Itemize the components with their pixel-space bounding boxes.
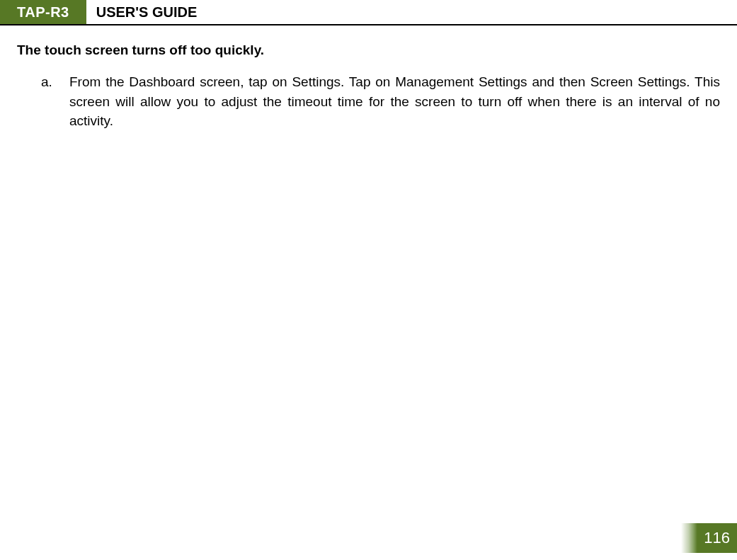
list-marker: a. [41,72,69,131]
page-number: 116 [694,523,737,553]
header-tab: TAP-R3 [0,0,86,24]
list-text: From the Dashboard screen, tap on Settin… [69,72,720,131]
list-item: a. From the Dashboard screen, tap on Set… [17,72,720,131]
page-header: TAP-R3 USER'S GUIDE [0,0,737,25]
header-title: USER'S GUIDE [86,0,198,24]
page-content: The touch screen turns off too quickly. … [0,42,737,131]
section-heading: The touch screen turns off too quickly. [17,42,720,58]
